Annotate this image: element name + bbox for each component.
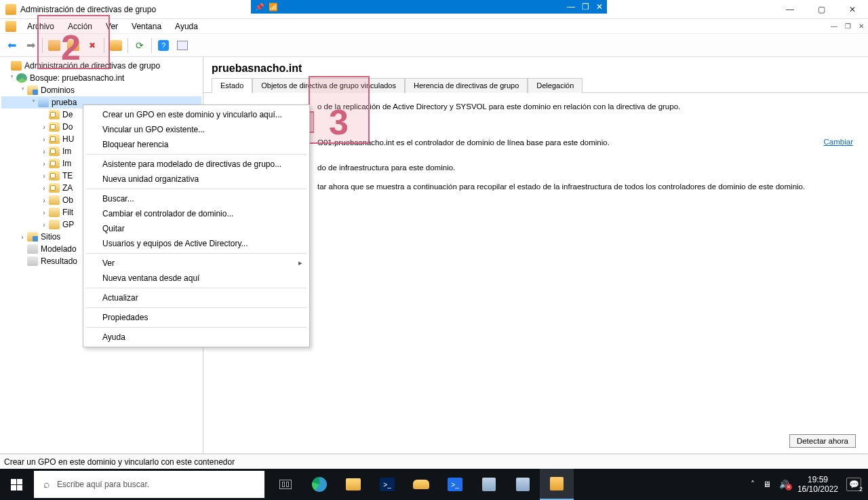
notification-icon: 💬: [849, 480, 859, 489]
mdi-close-button[interactable]: ✕: [854, 20, 868, 33]
tree-label: De: [62, 110, 73, 119]
tree-label: Resultado: [40, 256, 77, 266]
tree-label: ZA: [62, 183, 73, 193]
tree-label: Im: [62, 159, 71, 168]
maximize-button[interactable]: ▢: [806, 0, 837, 19]
menu-ayuda[interactable]: Ayuda: [168, 20, 205, 33]
tab-objetos[interactable]: Objetos de directiva de grupo vinculados: [252, 78, 405, 93]
search-placeholder: Escribe aquí para buscar.: [57, 480, 149, 489]
folder-icon: [346, 478, 361, 491]
signal-icon: [269, 2, 278, 12]
tab-herencia[interactable]: Herencia de directivas de grupo: [405, 78, 528, 93]
ctx-cambiar-dc[interactable]: Cambiar el controlador de dominio...: [83, 206, 309, 221]
ctx-bloquear-herencia[interactable]: Bloquear herencia: [83, 137, 309, 152]
tree-domains[interactable]: ˅Dominios: [1, 84, 201, 96]
arrow-left-icon: ⬅: [7, 39, 16, 52]
app-icon: [413, 480, 429, 489]
scope-button[interactable]: [174, 37, 191, 54]
taskbar-servermanager2[interactable]: [506, 469, 540, 500]
powershell-icon: >_: [380, 478, 395, 491]
pin-icon[interactable]: [255, 2, 264, 12]
tab-estado[interactable]: Estado: [212, 78, 252, 93]
gpmc-icon: [550, 477, 564, 491]
ctx-buscar[interactable]: Buscar...: [83, 191, 309, 206]
ctx-nueva-ventana[interactable]: Nueva ventana desde aquí: [83, 271, 309, 286]
back-button[interactable]: ⬅: [3, 37, 20, 54]
tree-label: Sitios: [40, 232, 60, 242]
ctx-nueva-ou[interactable]: Nueva unidad organizativa: [83, 172, 309, 187]
tray-chevron-icon[interactable]: ˄: [751, 480, 755, 489]
taskbar-servermanager[interactable]: [472, 469, 506, 500]
refresh-icon: ⟳: [136, 40, 144, 51]
taskbar-clock[interactable]: 19:59 16/10/2022: [797, 475, 838, 494]
ctx-asistente-modelado[interactable]: Asistente para modelado de directivas de…: [83, 157, 309, 172]
menu-archivo[interactable]: Archivo: [20, 20, 61, 33]
clock-time: 19:59: [797, 475, 838, 484]
toolbar: ⬅ ➡ ✖ ⟳ ?: [0, 34, 868, 57]
filter-button[interactable]: [107, 37, 125, 54]
tray-display-icon[interactable]: 🖥: [763, 480, 771, 489]
clock-date: 16/10/2022: [797, 484, 838, 494]
close-button[interactable]: ✕: [837, 0, 868, 19]
mdi-minimize-button[interactable]: —: [827, 20, 841, 33]
content-title: pruebasnacho.int: [203, 57, 868, 77]
properties-button[interactable]: [64, 37, 82, 54]
notification-center[interactable]: 💬 2: [846, 478, 861, 491]
ctx-actualizar[interactable]: Actualizar: [83, 290, 309, 305]
windows-logo-icon: [11, 479, 22, 491]
taskbar-powershell[interactable]: >_: [370, 469, 404, 500]
cambiar-link[interactable]: Cambiar: [824, 138, 853, 146]
tree-label: TE: [62, 171, 73, 180]
up-level-button[interactable]: [45, 37, 63, 54]
help-button[interactable]: ?: [155, 37, 172, 54]
minimize-button[interactable]: —: [774, 0, 806, 19]
toolbar-separator: [42, 38, 43, 53]
tray-volume-icon[interactable]: 🔊✕: [779, 480, 789, 489]
edge-icon: [312, 477, 327, 492]
detectar-ahora-button[interactable]: Detectar ahora: [789, 434, 856, 448]
search-icon: ⌕: [43, 478, 50, 491]
ctx-separator: [86, 288, 307, 288]
delete-button[interactable]: ✖: [83, 37, 101, 54]
remote-minimize-button[interactable]: —: [567, 2, 575, 12]
ctx-separator: [86, 307, 307, 308]
ctx-vincular-gpo[interactable]: Vincular un GPO existente...: [83, 122, 309, 137]
tab-delegacion[interactable]: Delegación: [528, 78, 583, 93]
tree-root[interactable]: Administración de directivas de grupo: [1, 60, 201, 72]
task-view-button[interactable]: [269, 469, 302, 500]
tree-label: Do: [62, 122, 73, 132]
start-button[interactable]: [0, 469, 33, 500]
taskbar-edge[interactable]: [302, 469, 336, 500]
refresh-button[interactable]: ⟳: [131, 37, 149, 54]
taskbar-explorer[interactable]: [336, 469, 370, 500]
ctx-crear-gpo[interactable]: Crear un GPO en este dominio y vincularl…: [83, 107, 309, 122]
tabs: Estado Objetos de directiva de grupo vin…: [203, 77, 868, 93]
mdi-restore-button[interactable]: ❐: [841, 20, 854, 33]
taskbar-powershell-ise[interactable]: >_: [438, 469, 472, 500]
ctx-ayuda[interactable]: Ayuda: [83, 330, 309, 345]
tree-label: Bosque: pruebasnacho.int: [29, 73, 124, 83]
tree-label: Dominios: [40, 85, 75, 95]
menu-ventana[interactable]: Ventana: [125, 20, 168, 33]
tree-forest[interactable]: ˅Bosque: pruebasnacho.int: [1, 72, 201, 84]
arrow-right-icon: ➡: [26, 39, 35, 52]
ctx-usuarios-ad[interactable]: Usuarios y equipos de Active Directory..…: [83, 236, 309, 251]
menubar: Archivo Acción Ver Ventana Ayuda — ❐ ✕: [0, 19, 868, 34]
forward-button[interactable]: ➡: [22, 37, 39, 54]
taskbar-search[interactable]: ⌕ Escribe aquí para buscar.: [34, 471, 264, 498]
toolbar-separator: [104, 38, 104, 53]
taskbar-gpmc[interactable]: [540, 469, 574, 500]
context-menu: Crear un GPO en este dominio y vincularl…: [83, 104, 310, 347]
tree-label: Filt: [62, 208, 73, 217]
menu-accion[interactable]: Acción: [61, 20, 99, 33]
ctx-propiedades[interactable]: Propiedades: [83, 310, 309, 325]
scope-icon: [177, 41, 188, 50]
taskbar-toast[interactable]: [404, 469, 438, 500]
delete-icon: ✖: [89, 41, 96, 50]
menu-ver[interactable]: Ver: [99, 20, 125, 33]
remote-close-button[interactable]: ✕: [596, 2, 603, 12]
ctx-quitar[interactable]: Quitar: [83, 221, 309, 236]
remote-restore-button[interactable]: ❐: [582, 2, 589, 12]
ctx-ver[interactable]: Ver: [83, 256, 309, 271]
server-icon: [482, 478, 496, 491]
